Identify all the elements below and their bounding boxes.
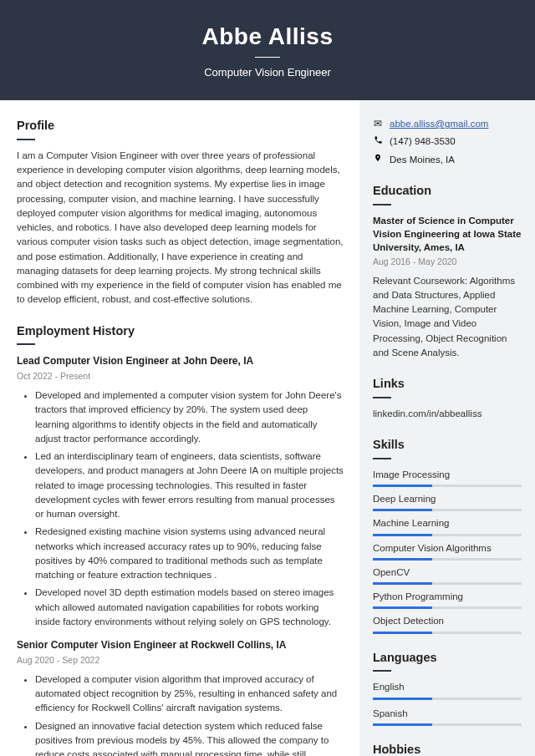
skill-item: Machine Learning <box>373 516 522 535</box>
skill-item: Python Programming <box>373 590 522 609</box>
skill-bar <box>373 534 522 536</box>
job-bullets: Developed and implemented a computer vis… <box>17 388 344 629</box>
contact-email-row: ✉ abbe.alliss@gmail.com <box>373 117 522 131</box>
skills-heading: Skills <box>373 436 522 454</box>
job-bullets: Developed a computer vision algorithm th… <box>17 672 344 756</box>
section-divider <box>373 204 391 205</box>
phone-icon <box>373 134 383 149</box>
skill-bar <box>373 558 522 561</box>
person-name: Abbe Alliss <box>0 23 535 50</box>
contact-location-row: Des Moines, IA <box>373 153 522 167</box>
language-name: English <box>373 680 522 694</box>
languages-block: Languages EnglishSpanish <box>373 649 522 726</box>
sidebar-column: ✉ abbe.alliss@gmail.com (147) 948-3530 D… <box>359 100 535 756</box>
contact-phone-row: (147) 948-3530 <box>373 134 522 149</box>
person-title: Computer Vision Engineer <box>0 66 535 79</box>
skills-block: Skills Image ProcessingDeep LearningMach… <box>373 436 522 634</box>
contact-email[interactable]: abbe.alliss@gmail.com <box>390 117 488 131</box>
skill-name: Image Processing <box>373 468 522 482</box>
location-icon <box>373 153 383 167</box>
language-bar <box>373 723 522 726</box>
language-name: Spanish <box>373 707 522 721</box>
header-divider <box>255 57 280 58</box>
skill-name: Machine Learning <box>373 516 522 530</box>
skill-name: Object Detection <box>373 614 522 628</box>
contact-block: ✉ abbe.alliss@gmail.com (147) 948-3530 D… <box>373 117 522 167</box>
job-title: Lead Computer Vision Engineer at John De… <box>17 353 344 368</box>
profile-text: I am a Computer Vision Engineer with ove… <box>17 149 344 307</box>
envelope-icon: ✉ <box>373 117 383 131</box>
education-desc: Relevant Coursework: Algorithms and Data… <box>373 274 522 361</box>
skill-name: Deep Learning <box>373 492 522 506</box>
profile-heading: Profile <box>17 117 344 135</box>
language-item: English <box>373 680 522 699</box>
links-heading: Links <box>373 375 522 393</box>
skill-item: Image Processing <box>373 468 522 487</box>
education-degree: Master of Science in Computer Vision Eng… <box>373 214 522 254</box>
main-column: Profile I am a Computer Vision Engineer … <box>0 100 359 756</box>
skill-item: Object Detection <box>373 614 522 633</box>
hobbies-block: Hobbies <box>373 741 522 756</box>
job-entry: Senior Computer Vision Engineer at Rockw… <box>17 637 344 756</box>
education-dates: Aug 2016 - May 2020 <box>373 256 522 269</box>
skill-bar <box>373 632 522 634</box>
skill-name: Python Programming <box>373 590 522 604</box>
hobbies-heading: Hobbies <box>373 741 522 756</box>
language-item: Spanish <box>373 707 522 726</box>
skill-bar <box>373 606 522 609</box>
bullet-item: Designed an innovative facial detection … <box>35 719 344 757</box>
skill-name: Computer Vision Algorithms <box>373 541 522 556</box>
resume-header: Abbe Alliss Computer Vision Engineer <box>0 0 535 100</box>
bullet-item: Developed novel 3D depth estimation mode… <box>35 586 344 629</box>
contact-phone: (147) 948-3530 <box>390 134 456 149</box>
bullet-item: Redesigned existing machine vision syste… <box>35 525 344 582</box>
skill-bar <box>373 509 522 511</box>
languages-heading: Languages <box>373 649 522 667</box>
section-divider <box>17 139 35 140</box>
section-divider <box>17 343 35 345</box>
bullet-item: Developed and implemented a computer vis… <box>35 388 344 446</box>
skill-bar <box>373 485 522 487</box>
links-block: Links linkedin.com/in/abbealliss <box>373 375 522 421</box>
job-entry: Lead Computer Vision Engineer at John De… <box>17 353 344 629</box>
skill-name: OpenCV <box>373 566 522 580</box>
education-heading: Education <box>373 182 522 200</box>
job-title: Senior Computer Vision Engineer at Rockw… <box>17 637 344 652</box>
section-divider <box>373 397 391 398</box>
language-bar <box>373 698 522 700</box>
bullet-item: Developed a computer vision algorithm th… <box>35 672 344 716</box>
skill-item: OpenCV <box>373 566 522 585</box>
section-divider <box>373 458 391 459</box>
bullet-item: Led an interdisciplinary team of enginee… <box>35 449 344 521</box>
skill-item: Deep Learning <box>373 492 522 511</box>
skill-item: Computer Vision Algorithms <box>373 541 522 561</box>
job-dates: Aug 2020 - Sep 2022 <box>17 654 344 667</box>
job-dates: Oct 2022 - Present <box>17 370 344 383</box>
skill-bar <box>373 582 522 585</box>
education-block: Education Master of Science in Computer … <box>373 182 522 360</box>
linkedin-link[interactable]: linkedin.com/in/abbealliss <box>373 407 522 421</box>
section-divider <box>373 670 391 672</box>
contact-location: Des Moines, IA <box>390 153 455 167</box>
employment-heading: Employment History <box>17 322 344 341</box>
